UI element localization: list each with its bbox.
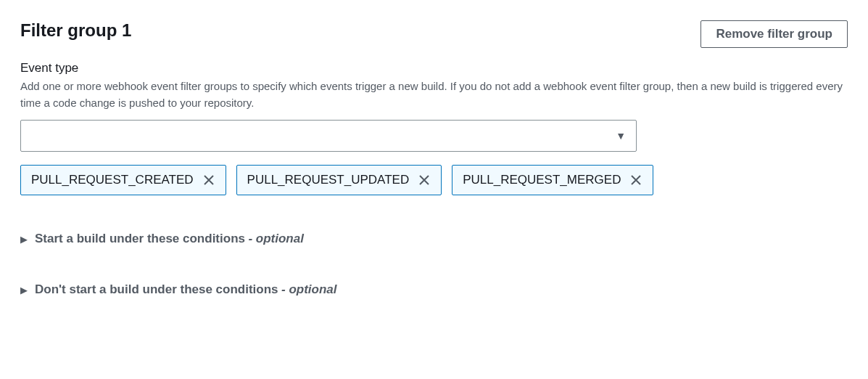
caret-right-icon: ▶ (20, 234, 28, 245)
event-type-description: Add one or more webhook event filter gro… (20, 78, 847, 111)
tag-label: PULL_REQUEST_MERGED (463, 173, 621, 187)
caret-right-icon: ▶ (20, 285, 28, 296)
optional-label: - optional (281, 282, 336, 296)
close-icon[interactable] (418, 174, 431, 187)
tag-label: PULL_REQUEST_UPDATED (247, 173, 410, 187)
close-icon[interactable] (629, 174, 642, 187)
caret-down-icon: ▼ (616, 130, 626, 142)
tag-pull-request-merged: PULL_REQUEST_MERGED (452, 165, 653, 195)
tag-pull-request-updated: PULL_REQUEST_UPDATED (236, 165, 442, 195)
start-build-label: Start a build under these conditions (35, 232, 245, 245)
event-type-dropdown[interactable]: ▼ (20, 120, 637, 152)
dont-start-build-label: Don't start a build under these conditio… (35, 282, 278, 296)
tag-label: PULL_REQUEST_CREATED (31, 173, 194, 187)
dont-start-build-section-toggle[interactable]: ▶ Don't start a build under these condit… (20, 282, 848, 297)
start-build-section-toggle[interactable]: ▶ Start a build under these conditions -… (20, 232, 848, 246)
filter-group-title: Filter group 1 (20, 20, 131, 41)
event-type-label: Event type (20, 61, 848, 76)
tag-pull-request-created: PULL_REQUEST_CREATED (20, 165, 226, 195)
optional-label: - optional (248, 232, 303, 245)
close-icon[interactable] (202, 174, 215, 187)
remove-filter-group-button[interactable]: Remove filter group (700, 20, 848, 48)
event-type-tags: PULL_REQUEST_CREATED PULL_REQUEST_UPDATE… (20, 165, 848, 195)
